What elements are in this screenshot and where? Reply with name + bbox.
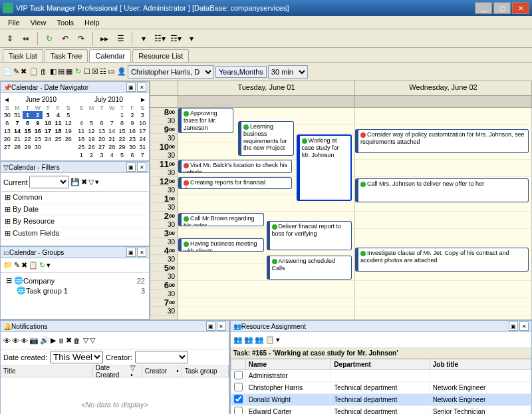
calendar-day[interactable]: 23 [33, 135, 43, 143]
calendar-day[interactable]: 30 [127, 143, 137, 151]
calendar-day[interactable]: 9 [33, 119, 43, 127]
calendar-day[interactable]: 18 [76, 135, 86, 143]
notif-btn-6[interactable]: ▶ [51, 336, 56, 345]
resource-row[interactable]: Administrator [231, 370, 531, 382]
calendar-day[interactable]: 30 [2, 111, 12, 119]
notif-btn-7[interactable]: ⏸ [57, 337, 65, 345]
filter-btn-4[interactable]: ▾ [95, 178, 99, 186]
panel-close-button[interactable]: ✕ [137, 83, 146, 92]
calendar-day[interactable]: 21 [12, 135, 22, 143]
panel-max-button[interactable]: ▣ [126, 248, 136, 257]
group-item[interactable]: ⊟ 🌐 Company22 [3, 276, 146, 286]
notif-btn-4[interactable]: 📷 [29, 336, 39, 345]
cal-icon-3[interactable]: ✖ [21, 67, 27, 76]
calendar-day[interactable]: 22 [117, 135, 127, 143]
calendar-day[interactable]: 14 [107, 127, 117, 135]
appointment[interactable]: Call Mrs. Johnson to deliver new offer t… [355, 178, 529, 202]
res-btn-5[interactable]: ▾ [276, 335, 280, 344]
filter-btn-1[interactable]: 💾 [70, 178, 80, 186]
minimize-button[interactable]: _ [475, 2, 492, 14]
menu-view[interactable]: View [25, 17, 52, 28]
calendar-day[interactable]: 5 [117, 151, 127, 159]
calendar-day[interactable] [53, 143, 63, 151]
resource-checkbox[interactable] [234, 395, 243, 403]
calendar-day[interactable]: 19 [63, 127, 73, 135]
res-th-check[interactable] [231, 359, 245, 370]
calendar-day[interactable]: 13 [2, 127, 12, 135]
pushpin-icon[interactable]: 📌 [3, 84, 11, 91]
close-button[interactable]: ✕ [512, 2, 529, 14]
notif-btn-8[interactable]: ✖ [66, 336, 72, 345]
notif-filter-btn[interactable]: ▽ [83, 336, 88, 345]
calendar-day[interactable]: 13 [96, 127, 106, 135]
dropdown-4[interactable]: ▾ [184, 31, 199, 46]
filter-item[interactable]: ⊞ By Resource [2, 216, 148, 228]
calendar-day[interactable]: 14 [12, 127, 22, 135]
refresh-cal-button[interactable]: ↻ [75, 67, 81, 76]
dropdown-3[interactable]: ☶▾ [168, 31, 183, 46]
day-header-1[interactable]: Tuesday, June 01 [178, 81, 355, 95]
allday-cell-2[interactable] [355, 96, 532, 107]
tab-task-tree[interactable]: Task Tree [45, 49, 88, 62]
calendar-day[interactable]: 17 [43, 127, 53, 135]
group-btn-2[interactable]: ✎ [14, 261, 20, 270]
group-btn-6[interactable]: ▾ [47, 261, 51, 270]
appointment[interactable]: Investigate clause of Mr. Jet. Copy of h… [355, 248, 529, 272]
appointment[interactable]: Consider way of policy customization for… [355, 129, 529, 153]
res-btn-3[interactable]: 👥 [255, 335, 264, 344]
tab-resource-list[interactable]: Resource List [132, 49, 189, 62]
undo-button[interactable]: ↶ [58, 31, 72, 46]
resource-checkbox[interactable] [234, 383, 243, 391]
calendar-day[interactable] [63, 143, 73, 151]
filter-item[interactable]: ⊞ By Date [2, 204, 148, 216]
calendar-day[interactable]: 5 [63, 111, 73, 119]
notif-btn-3[interactable]: 👁 [21, 337, 28, 345]
appointment[interactable]: Working at case study for Mr. Johnson [297, 134, 352, 201]
tab-calendar[interactable]: Calendar [89, 49, 131, 62]
calendar-day[interactable]: 11 [53, 119, 63, 127]
cal-icon-5[interactable]: 🗓 [40, 68, 47, 76]
group-btn-3[interactable]: ✖ [21, 261, 27, 270]
group-item[interactable]: 🌐 Task group 13 [3, 286, 146, 296]
calendar-day[interactable]: 2 [127, 111, 137, 119]
view-timeline-button[interactable]: ▭ [108, 67, 114, 76]
calendar-day[interactable]: 2 [86, 151, 96, 159]
calendar-day[interactable] [76, 111, 86, 119]
appointment[interactable]: Learning business requirements for the n… [238, 121, 293, 156]
cal-icon-2[interactable]: ✎ [13, 67, 19, 76]
calendar-day[interactable]: 7 [12, 119, 22, 127]
res-btn-4[interactable]: 📋 [265, 335, 275, 344]
calendar-day[interactable]: 29 [117, 143, 127, 151]
group-btn-4[interactable]: 📋 [29, 261, 38, 270]
resource-row[interactable]: Christopher HarrisTechnical departmentNe… [231, 382, 531, 394]
menu-tools[interactable]: Tools [51, 17, 79, 28]
calendar-day[interactable]: 28 [107, 143, 117, 151]
calendar-day[interactable]: 24 [138, 135, 148, 143]
calendar-day[interactable]: 29 [23, 143, 33, 151]
calendar-day[interactable]: 17 [138, 127, 148, 135]
filter-btn-3[interactable]: ▽ [88, 178, 94, 186]
next-month-button[interactable]: ► [140, 96, 146, 103]
calendar-day[interactable] [86, 111, 96, 119]
cal-icon-4[interactable]: 📋 [29, 67, 39, 76]
res-btn-2[interactable]: 👥 [244, 335, 253, 344]
calendar-day[interactable] [43, 143, 53, 151]
appointment[interactable]: Approving taxes for Mr. Jameson [178, 108, 233, 133]
filter-current-dropdown[interactable] [29, 176, 69, 188]
calendar-day[interactable]: 27 [96, 143, 106, 151]
calendar-day[interactable]: 19 [86, 135, 96, 143]
calendar-day[interactable]: 20 [96, 135, 106, 143]
calendar-day[interactable]: 6 [96, 119, 106, 127]
notif-header-title[interactable]: Title [1, 365, 93, 377]
scale-buttons[interactable]: Years,Months [215, 66, 267, 78]
notif-btn-2[interactable]: 👁 [12, 337, 19, 345]
notif-header-group[interactable]: Task group [182, 365, 229, 377]
calendar-day[interactable]: 24 [43, 135, 53, 143]
res-th-dept[interactable]: Department [331, 359, 430, 370]
calendar-day[interactable]: 22 [23, 135, 33, 143]
calendar-day[interactable]: 15 [117, 127, 127, 135]
calendar-day[interactable]: 31 [138, 143, 148, 151]
calendar-day[interactable]: 4 [76, 119, 86, 127]
calendar-day[interactable] [107, 111, 117, 119]
panel-max-button[interactable]: ▣ [206, 321, 215, 331]
